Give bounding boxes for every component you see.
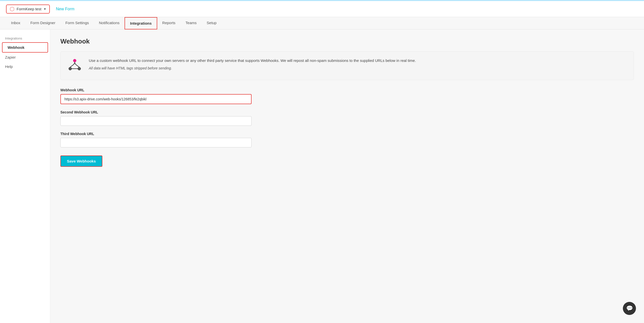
third-webhook-url-group: Third Webhook URL: [60, 132, 634, 147]
second-webhook-url-group: Second Webhook URL: [60, 110, 634, 126]
webhook-url-input[interactable]: [60, 94, 252, 104]
brand-icon: [10, 7, 15, 12]
tab-teams[interactable]: Teams: [180, 17, 202, 29]
tab-integrations[interactable]: Integrations: [125, 17, 157, 29]
svg-point-5: [69, 67, 71, 70]
sidebar-section-label: Integrations: [0, 34, 50, 42]
info-description: Use a custom webhook URL to connect your…: [89, 58, 416, 64]
tab-setup[interactable]: Setup: [202, 17, 222, 29]
sidebar: Integrations Webhook Zapier Help: [0, 29, 50, 323]
chevron-down-icon: ▼: [43, 7, 46, 11]
content-area: Webhook: [50, 29, 644, 323]
sidebar-item-help[interactable]: Help: [0, 62, 50, 71]
info-note: All data will have HTML tags stripped be…: [89, 66, 416, 70]
top-bar: FormKeep test ▼ New Form: [0, 1, 644, 17]
sidebar-item-webhook[interactable]: Webhook: [2, 42, 48, 53]
second-webhook-url-input[interactable]: [60, 116, 252, 126]
tab-inbox[interactable]: Inbox: [6, 17, 25, 29]
brand-selector[interactable]: FormKeep test ▼: [6, 5, 50, 14]
new-form-link[interactable]: New Form: [56, 7, 74, 11]
webhook-icon: [67, 58, 83, 74]
third-webhook-url-input[interactable]: [60, 138, 252, 147]
svg-marker-0: [10, 7, 14, 11]
chat-bubble-button[interactable]: 💬: [623, 302, 636, 315]
svg-point-6: [78, 67, 80, 70]
sidebar-item-zapier[interactable]: Zapier: [0, 53, 50, 62]
second-webhook-url-label: Second Webhook URL: [60, 110, 634, 114]
tab-form-settings[interactable]: Form Settings: [60, 17, 94, 29]
brand-name: FormKeep test: [17, 7, 41, 11]
nav-tabs: Inbox Form Designer Form Settings Notifi…: [0, 17, 644, 29]
chat-icon: 💬: [626, 305, 633, 312]
tab-reports[interactable]: Reports: [157, 17, 181, 29]
tab-notifications[interactable]: Notifications: [94, 17, 125, 29]
webhook-url-label: Webhook URL: [60, 88, 634, 92]
third-webhook-url-label: Third Webhook URL: [60, 132, 634, 136]
save-webhooks-button[interactable]: Save Webhooks: [60, 155, 102, 167]
tab-form-designer[interactable]: Form Designer: [25, 17, 60, 29]
webhook-url-group: Webhook URL: [60, 88, 634, 104]
svg-point-4: [73, 59, 76, 62]
info-text-container: Use a custom webhook URL to connect your…: [89, 58, 416, 70]
info-box: Use a custom webhook URL to connect your…: [60, 51, 634, 80]
main-layout: Integrations Webhook Zapier Help Webhook: [0, 29, 644, 323]
page-title: Webhook: [60, 37, 634, 45]
